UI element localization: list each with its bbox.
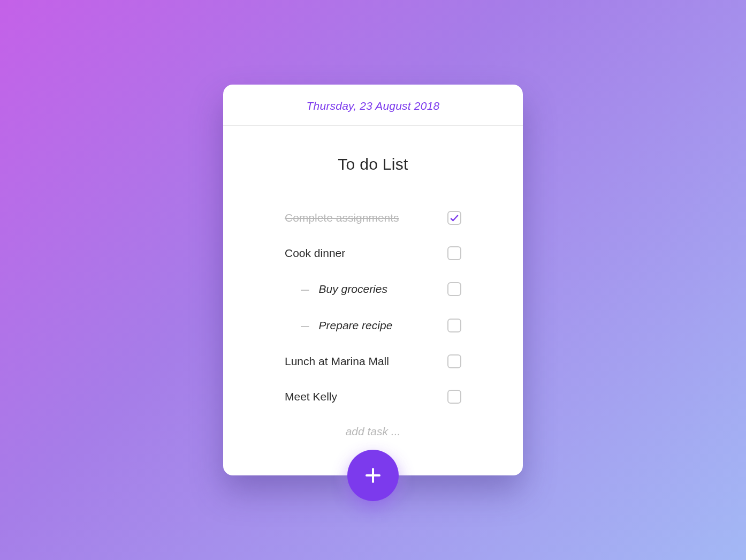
task-row: Lunch at Marina Mall: [285, 354, 461, 368]
dash-icon: –: [301, 282, 309, 297]
card-header: Thursday, 23 August 2018: [223, 85, 523, 126]
subtask-label: Prepare recipe: [319, 319, 393, 332]
task-list: Complete assignments Cook dinner – Buy g…: [223, 211, 523, 438]
task-label: Lunch at Marina Mall: [285, 355, 389, 368]
add-task-button[interactable]: [347, 450, 399, 501]
check-icon: [449, 213, 460, 223]
card-title: To do List: [223, 155, 523, 173]
task-checkbox[interactable]: [447, 246, 461, 260]
task-row: Meet Kelly: [285, 390, 461, 404]
subtask-checkbox[interactable]: [447, 319, 461, 332]
subtask-row: – Buy groceries: [285, 282, 461, 297]
plus-icon: [362, 465, 384, 486]
task-label: Meet Kelly: [285, 390, 337, 403]
task-checkbox[interactable]: [447, 390, 461, 404]
task-row: Cook dinner: [285, 246, 461, 260]
task-row: Complete assignments: [285, 211, 461, 225]
subtask-label: Buy groceries: [319, 283, 387, 296]
task-checkbox[interactable]: [447, 354, 461, 368]
task-label: Complete assignments: [285, 211, 399, 224]
subtask-left: – Buy groceries: [301, 282, 387, 297]
dash-icon: –: [301, 318, 309, 333]
todo-card: Thursday, 23 August 2018 To do List Comp…: [223, 85, 523, 475]
subtask-left: – Prepare recipe: [301, 318, 392, 333]
subtask-row: – Prepare recipe: [285, 318, 461, 333]
task-label: Cook dinner: [285, 247, 345, 260]
header-date: Thursday, 23 August 2018: [234, 100, 512, 112]
add-task-input[interactable]: add task ...: [285, 425, 461, 438]
task-checkbox[interactable]: [447, 211, 461, 225]
subtask-checkbox[interactable]: [447, 282, 461, 296]
